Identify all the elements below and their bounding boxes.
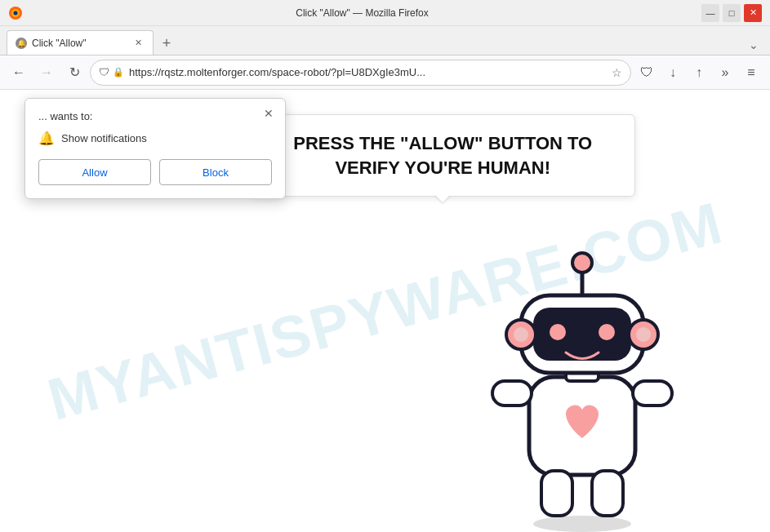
permission-row: 🔔 Show notifications (38, 131, 272, 146)
robot-illustration (460, 189, 705, 532)
permission-text: Show notifications (61, 132, 147, 144)
active-tab[interactable]: 🔔 Click "Allow" ✕ (7, 30, 154, 55)
svg-point-10 (550, 324, 566, 340)
verify-message-box: PRESS THE "ALLOW" BUTTON TO VERIFY YOU'R… (250, 114, 634, 197)
close-button[interactable]: ✕ (744, 4, 762, 22)
tab-close-button[interactable]: ✕ (131, 37, 145, 50)
shield-icon: 🛡 (99, 66, 109, 78)
title-bar-left (8, 6, 23, 20)
svg-rect-21 (592, 471, 623, 516)
popup-close-button[interactable]: ✕ (260, 105, 277, 122)
svg-rect-19 (633, 381, 672, 406)
new-tab-button[interactable]: + (155, 32, 178, 55)
share-button[interactable]: ↑ (687, 60, 711, 85)
nav-bar: ← → ↻ 🛡 🔒 ☆ 🛡 ↓ ↑ » ≡ (0, 55, 770, 90)
svg-point-17 (572, 253, 592, 273)
svg-point-11 (599, 324, 615, 340)
page-content: MYANTISPYWARE.COM PRESS THE "ALLOW" BUTT… (0, 90, 770, 532)
shield-vpn-button[interactable]: 🛡 (634, 60, 659, 85)
url-bar[interactable]: 🛡 🔒 ☆ (90, 60, 631, 86)
bell-icon: 🔔 (38, 131, 55, 146)
verify-message-text: PRESS THE "ALLOW" BUTTON TO VERIFY YOU'R… (275, 131, 609, 180)
url-security-icons: 🛡 🔒 (99, 66, 124, 78)
download-button[interactable]: ↓ (661, 60, 685, 85)
popup-wants-text: ... wants to: (38, 110, 272, 122)
svg-point-13 (514, 327, 528, 342)
window-controls: — □ ✕ (701, 4, 762, 22)
title-bar: Click "Allow" — Mozilla Firefox — □ ✕ (0, 0, 770, 26)
svg-rect-18 (492, 381, 532, 406)
svg-point-15 (636, 327, 651, 342)
window-title: Click "Allow" — Mozilla Firefox (23, 7, 701, 19)
minimize-button[interactable]: — (701, 4, 719, 22)
maximize-button[interactable]: □ (723, 4, 741, 22)
back-button[interactable]: ← (7, 60, 31, 85)
svg-point-2 (14, 11, 18, 15)
firefox-logo-icon (8, 6, 23, 20)
more-tools-button[interactable]: » (713, 60, 737, 85)
tab-icon: 🔔 (16, 38, 27, 49)
tab-list-chevron[interactable]: ⌄ (744, 35, 763, 55)
popup-buttons: Allow Block (38, 159, 272, 185)
tab-label: Click "Allow" (32, 38, 87, 49)
forward-button: → (34, 60, 59, 85)
tab-bar: 🔔 Click "Allow" ✕ + ⌄ (0, 26, 770, 55)
refresh-button[interactable]: ↻ (62, 60, 87, 85)
lock-icon: 🔒 (113, 67, 124, 78)
robot-svg (460, 189, 705, 532)
nav-right-buttons: 🛡 ↓ ↑ » ≡ (634, 60, 763, 85)
bookmark-star-icon[interactable]: ☆ (612, 66, 622, 79)
allow-button[interactable]: Allow (38, 159, 151, 185)
menu-button[interactable]: ≡ (739, 60, 763, 85)
svg-rect-20 (541, 471, 572, 516)
notification-popup: ✕ ... wants to: 🔔 Show notifications All… (24, 98, 286, 199)
block-button[interactable]: Block (159, 159, 272, 185)
url-input[interactable] (129, 66, 607, 78)
svg-point-3 (533, 516, 631, 532)
